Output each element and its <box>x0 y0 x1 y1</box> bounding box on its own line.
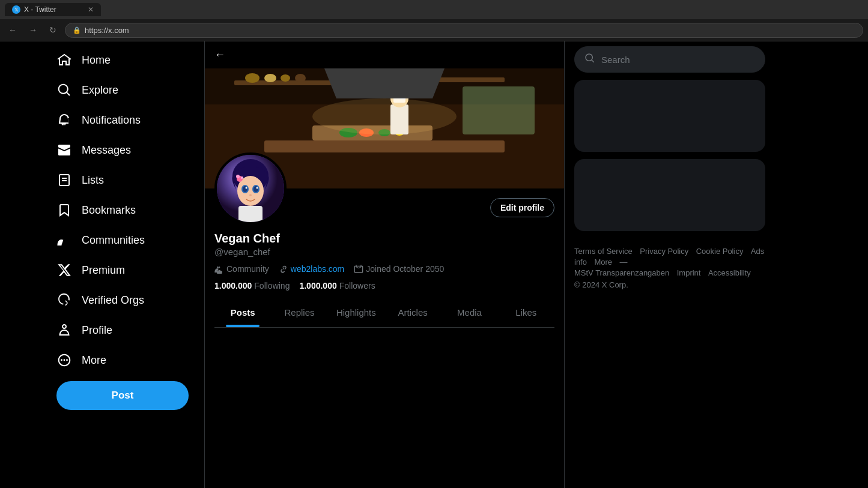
favicon: 𝕏 <box>12 5 20 14</box>
more-label: More <box>82 354 106 367</box>
sidebar-item-communities[interactable]: Communities <box>48 226 195 254</box>
explore-label: Explore <box>82 84 118 97</box>
refresh-button[interactable]: ↻ <box>46 23 60 37</box>
tab-likes-label: Likes <box>515 307 536 318</box>
footer-link-cookie[interactable]: Cookie Policy <box>696 247 744 256</box>
profile-meta: Community web2labs.com Joined October 20… <box>214 264 554 274</box>
sidebar-item-lists[interactable]: Lists <box>48 166 195 194</box>
following-label: Following <box>254 281 290 291</box>
svg-point-5 <box>264 74 276 82</box>
sidebar-item-explore[interactable]: Explore <box>48 76 195 104</box>
display-name: Vegan Chef <box>214 232 554 246</box>
svg-point-27 <box>253 186 258 192</box>
svg-point-18 <box>312 98 457 134</box>
tab-highlights-label: Highlights <box>336 307 376 318</box>
meta-website[interactable]: web2labs.com <box>279 264 345 274</box>
right-sidebar: Terms of Service Privacy Policy Cookie P… <box>565 41 775 488</box>
tab-media-label: Media <box>457 307 482 318</box>
messages-icon <box>56 142 72 158</box>
browser-tab[interactable]: 𝕏 X - Twitter ✕ <box>5 3 101 16</box>
back-button[interactable]: ← <box>205 41 564 68</box>
sidebar-item-more[interactable]: More <box>48 346 195 374</box>
footer-copyright: © 2024 X Corp. <box>574 280 765 289</box>
sidebar-item-messages[interactable]: Messages <box>48 136 195 164</box>
svg-point-28 <box>246 187 247 189</box>
browser-chrome: 𝕏 X - Twitter ✕ ← → ↻ 🔒 https://x.com <box>0 0 868 41</box>
svg-point-6 <box>281 74 290 82</box>
sidebar-widget-1 <box>574 80 765 152</box>
profile-label: Profile <box>82 324 112 337</box>
footer-link-accessibility[interactable]: Accessibility <box>708 268 751 277</box>
explore-icon <box>56 82 72 98</box>
sidebar-item-verified-orgs[interactable]: Verified Orgs <box>48 286 195 314</box>
edit-profile-button[interactable]: Edit profile <box>490 198 554 217</box>
website-link[interactable]: web2labs.com <box>291 264 345 274</box>
follow-stats: 1.000.000 Following 1.000.000 Followers <box>214 281 554 291</box>
verified-orgs-label: Verified Orgs <box>82 294 144 307</box>
tab-close-button[interactable]: ✕ <box>88 5 94 14</box>
premium-icon <box>56 262 72 278</box>
sidebar-item-premium[interactable]: Premium <box>48 256 195 284</box>
svg-point-7 <box>295 74 306 82</box>
footer-link-more[interactable]: More <box>594 258 612 267</box>
main-content: ← <box>204 41 565 488</box>
footer-separator: — <box>620 258 628 267</box>
title-bar: 𝕏 X - Twitter ✕ <box>0 0 868 19</box>
avatar-container <box>214 152 287 224</box>
communities-icon <box>56 232 72 248</box>
premium-label: Premium <box>82 264 125 277</box>
communities-label: Communities <box>82 234 145 247</box>
search-input[interactable] <box>601 55 755 65</box>
ssl-icon: 🔒 <box>73 26 81 34</box>
more-icon <box>56 352 72 368</box>
sidebar-item-profile[interactable]: Profile <box>48 316 195 344</box>
meta-community: Community <box>214 264 269 274</box>
footer-links: Terms of Service Privacy Policy Cookie P… <box>574 238 765 297</box>
sidebar-widget-2 <box>574 159 765 231</box>
footer-link-imprint[interactable]: Imprint <box>677 268 701 277</box>
tab-posts[interactable]: Posts <box>214 298 271 327</box>
meta-joined: Joined October 2050 <box>354 264 444 274</box>
tab-replies[interactable]: Replies <box>271 298 327 327</box>
following-stat[interactable]: 1.000.000 Following <box>214 281 290 291</box>
avatar <box>214 152 287 224</box>
tab-articles-label: Articles <box>398 307 428 318</box>
profile-tabs: Posts Replies Highlights Articles Media … <box>214 298 554 328</box>
svg-marker-17 <box>324 68 445 98</box>
forward-button[interactable]: → <box>25 23 41 37</box>
notifications-label: Notifications <box>82 114 141 127</box>
tab-articles[interactable]: Articles <box>384 298 441 327</box>
joined-text: Joined October 2050 <box>366 264 444 274</box>
notifications-icon <box>56 112 72 128</box>
svg-point-29 <box>256 187 258 189</box>
address-bar[interactable]: 🔒 https://x.com <box>65 23 863 38</box>
following-count: 1.000.000 <box>214 281 252 291</box>
back-arrow-icon: ← <box>214 49 225 61</box>
sidebar-item-notifications[interactable]: Notifications <box>48 106 195 134</box>
sidebar-item-bookmarks[interactable]: Bookmarks <box>48 196 195 224</box>
post-button[interactable]: Post <box>56 381 189 410</box>
followers-count: 1.000.000 <box>299 281 336 291</box>
svg-point-34 <box>241 176 243 179</box>
followers-stat[interactable]: 1.000.000 Followers <box>299 281 375 291</box>
footer-link-terms[interactable]: Terms of Service <box>574 247 633 256</box>
tab-replies-label: Replies <box>284 307 314 318</box>
avatar-image <box>217 155 284 222</box>
footer-link-mstv[interactable]: MStV Transparenzangaben <box>574 268 669 277</box>
tab-highlights[interactable]: Highlights <box>328 298 384 327</box>
lists-label: Lists <box>82 174 104 187</box>
tab-likes[interactable]: Likes <box>498 298 554 327</box>
tab-media[interactable]: Media <box>441 298 497 327</box>
svg-rect-31 <box>238 206 263 222</box>
footer-link-privacy[interactable]: Privacy Policy <box>640 247 688 256</box>
verified-orgs-icon <box>56 292 72 308</box>
messages-label: Messages <box>82 144 131 157</box>
search-bar[interactable] <box>574 46 765 73</box>
svg-rect-19 <box>463 86 535 134</box>
tab-posts-label: Posts <box>231 307 255 318</box>
svg-point-33 <box>236 175 240 178</box>
page: Home Explore Notifications Messages List… <box>0 41 868 488</box>
back-button[interactable]: ← <box>5 23 20 37</box>
bookmarks-label: Bookmarks <box>82 204 136 217</box>
sidebar-item-home[interactable]: Home <box>48 46 195 74</box>
